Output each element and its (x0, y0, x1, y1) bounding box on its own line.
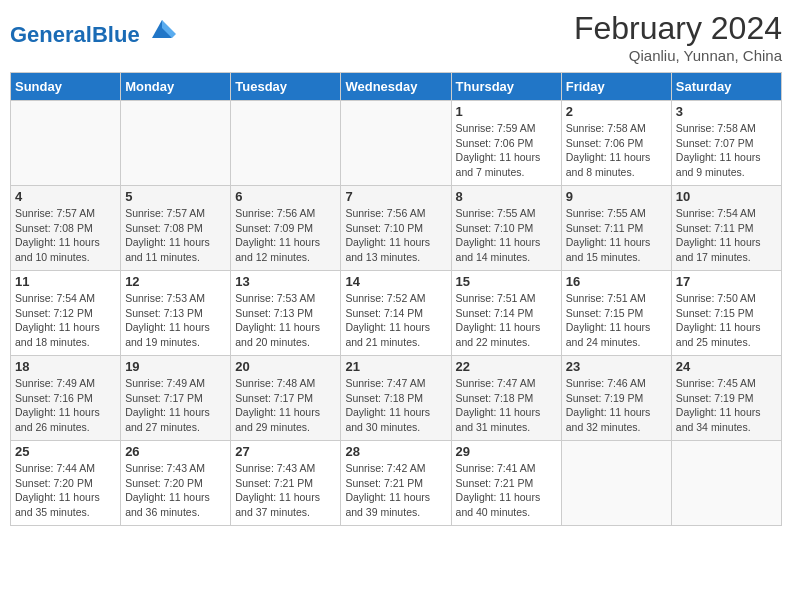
day-info: Sunrise: 7:57 AMSunset: 7:08 PMDaylight:… (15, 206, 116, 265)
title-area: February 2024 Qianliu, Yunnan, China (574, 10, 782, 64)
month-year-title: February 2024 (574, 10, 782, 47)
day-number: 29 (456, 444, 557, 459)
day-number: 25 (15, 444, 116, 459)
day-info: Sunrise: 7:46 AMSunset: 7:19 PMDaylight:… (566, 376, 667, 435)
calendar-cell: 29Sunrise: 7:41 AMSunset: 7:21 PMDayligh… (451, 441, 561, 526)
day-info: Sunrise: 7:53 AMSunset: 7:13 PMDaylight:… (125, 291, 226, 350)
day-info: Sunrise: 7:54 AMSunset: 7:12 PMDaylight:… (15, 291, 116, 350)
calendar-cell: 20Sunrise: 7:48 AMSunset: 7:17 PMDayligh… (231, 356, 341, 441)
calendar-cell: 10Sunrise: 7:54 AMSunset: 7:11 PMDayligh… (671, 186, 781, 271)
day-number: 17 (676, 274, 777, 289)
calendar-cell (231, 101, 341, 186)
day-number: 21 (345, 359, 446, 374)
day-info: Sunrise: 7:44 AMSunset: 7:20 PMDaylight:… (15, 461, 116, 520)
calendar-cell: 4Sunrise: 7:57 AMSunset: 7:08 PMDaylight… (11, 186, 121, 271)
day-number: 5 (125, 189, 226, 204)
day-number: 27 (235, 444, 336, 459)
calendar-cell (561, 441, 671, 526)
day-number: 9 (566, 189, 667, 204)
day-info: Sunrise: 7:51 AMSunset: 7:14 PMDaylight:… (456, 291, 557, 350)
logo: GeneralBlue (10, 14, 176, 46)
day-of-week-header: Sunday (11, 73, 121, 101)
day-number: 14 (345, 274, 446, 289)
calendar-cell: 16Sunrise: 7:51 AMSunset: 7:15 PMDayligh… (561, 271, 671, 356)
day-number: 10 (676, 189, 777, 204)
calendar-cell: 11Sunrise: 7:54 AMSunset: 7:12 PMDayligh… (11, 271, 121, 356)
day-info: Sunrise: 7:52 AMSunset: 7:14 PMDaylight:… (345, 291, 446, 350)
day-number: 16 (566, 274, 667, 289)
day-number: 24 (676, 359, 777, 374)
logo-icon (148, 14, 176, 42)
calendar-table: SundayMondayTuesdayWednesdayThursdayFrid… (10, 72, 782, 526)
day-info: Sunrise: 7:43 AMSunset: 7:21 PMDaylight:… (235, 461, 336, 520)
day-number: 22 (456, 359, 557, 374)
page-header: GeneralBlue February 2024 Qianliu, Yunna… (10, 10, 782, 64)
calendar-cell (671, 441, 781, 526)
day-info: Sunrise: 7:47 AMSunset: 7:18 PMDaylight:… (456, 376, 557, 435)
calendar-cell: 6Sunrise: 7:56 AMSunset: 7:09 PMDaylight… (231, 186, 341, 271)
day-info: Sunrise: 7:48 AMSunset: 7:17 PMDaylight:… (235, 376, 336, 435)
day-number: 13 (235, 274, 336, 289)
day-info: Sunrise: 7:59 AMSunset: 7:06 PMDaylight:… (456, 121, 557, 180)
day-info: Sunrise: 7:50 AMSunset: 7:15 PMDaylight:… (676, 291, 777, 350)
day-info: Sunrise: 7:56 AMSunset: 7:09 PMDaylight:… (235, 206, 336, 265)
day-of-week-header: Saturday (671, 73, 781, 101)
calendar-cell: 15Sunrise: 7:51 AMSunset: 7:14 PMDayligh… (451, 271, 561, 356)
day-number: 26 (125, 444, 226, 459)
day-number: 8 (456, 189, 557, 204)
calendar-cell: 26Sunrise: 7:43 AMSunset: 7:20 PMDayligh… (121, 441, 231, 526)
day-info: Sunrise: 7:45 AMSunset: 7:19 PMDaylight:… (676, 376, 777, 435)
calendar-cell: 12Sunrise: 7:53 AMSunset: 7:13 PMDayligh… (121, 271, 231, 356)
day-info: Sunrise: 7:41 AMSunset: 7:21 PMDaylight:… (456, 461, 557, 520)
day-info: Sunrise: 7:55 AMSunset: 7:10 PMDaylight:… (456, 206, 557, 265)
calendar-cell: 25Sunrise: 7:44 AMSunset: 7:20 PMDayligh… (11, 441, 121, 526)
day-info: Sunrise: 7:49 AMSunset: 7:16 PMDaylight:… (15, 376, 116, 435)
calendar-cell: 17Sunrise: 7:50 AMSunset: 7:15 PMDayligh… (671, 271, 781, 356)
calendar-cell: 19Sunrise: 7:49 AMSunset: 7:17 PMDayligh… (121, 356, 231, 441)
day-info: Sunrise: 7:53 AMSunset: 7:13 PMDaylight:… (235, 291, 336, 350)
day-of-week-header: Wednesday (341, 73, 451, 101)
day-number: 28 (345, 444, 446, 459)
day-info: Sunrise: 7:47 AMSunset: 7:18 PMDaylight:… (345, 376, 446, 435)
day-info: Sunrise: 7:56 AMSunset: 7:10 PMDaylight:… (345, 206, 446, 265)
calendar-cell (341, 101, 451, 186)
calendar-cell: 18Sunrise: 7:49 AMSunset: 7:16 PMDayligh… (11, 356, 121, 441)
calendar-cell: 14Sunrise: 7:52 AMSunset: 7:14 PMDayligh… (341, 271, 451, 356)
calendar-cell: 28Sunrise: 7:42 AMSunset: 7:21 PMDayligh… (341, 441, 451, 526)
day-info: Sunrise: 7:54 AMSunset: 7:11 PMDaylight:… (676, 206, 777, 265)
day-number: 18 (15, 359, 116, 374)
calendar-cell: 24Sunrise: 7:45 AMSunset: 7:19 PMDayligh… (671, 356, 781, 441)
calendar-cell: 2Sunrise: 7:58 AMSunset: 7:06 PMDaylight… (561, 101, 671, 186)
calendar-cell (121, 101, 231, 186)
day-of-week-header: Monday (121, 73, 231, 101)
day-number: 19 (125, 359, 226, 374)
calendar-cell: 3Sunrise: 7:58 AMSunset: 7:07 PMDaylight… (671, 101, 781, 186)
calendar-cell: 1Sunrise: 7:59 AMSunset: 7:06 PMDaylight… (451, 101, 561, 186)
day-info: Sunrise: 7:49 AMSunset: 7:17 PMDaylight:… (125, 376, 226, 435)
day-number: 3 (676, 104, 777, 119)
calendar-cell (11, 101, 121, 186)
day-number: 12 (125, 274, 226, 289)
day-number: 23 (566, 359, 667, 374)
day-number: 1 (456, 104, 557, 119)
day-info: Sunrise: 7:43 AMSunset: 7:20 PMDaylight:… (125, 461, 226, 520)
day-number: 2 (566, 104, 667, 119)
day-number: 11 (15, 274, 116, 289)
day-info: Sunrise: 7:51 AMSunset: 7:15 PMDaylight:… (566, 291, 667, 350)
calendar-cell: 9Sunrise: 7:55 AMSunset: 7:11 PMDaylight… (561, 186, 671, 271)
day-info: Sunrise: 7:58 AMSunset: 7:07 PMDaylight:… (676, 121, 777, 180)
logo-blue: Blue (92, 22, 140, 47)
day-info: Sunrise: 7:58 AMSunset: 7:06 PMDaylight:… (566, 121, 667, 180)
calendar-cell: 22Sunrise: 7:47 AMSunset: 7:18 PMDayligh… (451, 356, 561, 441)
logo-general: General (10, 22, 92, 47)
day-number: 7 (345, 189, 446, 204)
day-info: Sunrise: 7:55 AMSunset: 7:11 PMDaylight:… (566, 206, 667, 265)
day-info: Sunrise: 7:42 AMSunset: 7:21 PMDaylight:… (345, 461, 446, 520)
day-number: 20 (235, 359, 336, 374)
day-number: 15 (456, 274, 557, 289)
calendar-cell: 7Sunrise: 7:56 AMSunset: 7:10 PMDaylight… (341, 186, 451, 271)
day-of-week-header: Tuesday (231, 73, 341, 101)
day-number: 4 (15, 189, 116, 204)
calendar-cell: 13Sunrise: 7:53 AMSunset: 7:13 PMDayligh… (231, 271, 341, 356)
day-of-week-header: Thursday (451, 73, 561, 101)
